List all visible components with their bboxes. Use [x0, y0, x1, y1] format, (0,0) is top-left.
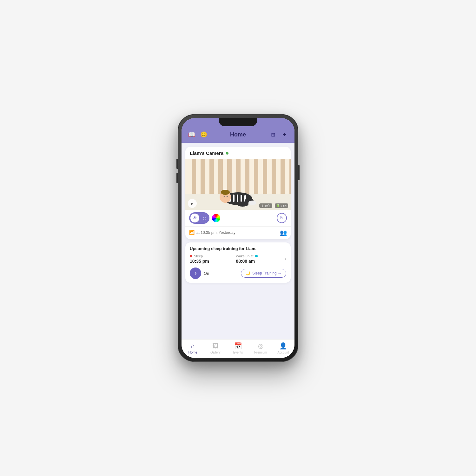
thermometer-icon: 🌡	[261, 204, 264, 207]
color-wheel-icon[interactable]	[211, 213, 221, 223]
phone-screen: 📖 😊 Home ⊞ + Liam's Camera ≡	[182, 118, 294, 358]
gallery-icon: 🖼	[212, 342, 219, 350]
moon-icon: 🌙	[246, 271, 250, 275]
header-title: Home	[230, 131, 246, 138]
svg-rect-5	[241, 195, 242, 202]
battery-display: 🔋 74%	[275, 203, 288, 208]
camera-feed[interactable]: ▶ 🌡 69°F 🔋 74%	[185, 159, 291, 210]
power-button[interactable]	[298, 165, 300, 180]
baby-illustration	[213, 181, 263, 207]
music-on-label: On	[204, 271, 209, 276]
sleep-card-title: Upcoming sleep training for Liam.	[190, 246, 286, 251]
temp-value: 69°F	[265, 204, 271, 207]
nav-item-account[interactable]: 👤 Account	[272, 342, 294, 354]
phone-device: 📖 😊 Home ⊞ + Liam's Camera ≡	[178, 114, 298, 362]
svg-rect-4	[237, 195, 238, 202]
battery-value: 74%	[281, 204, 287, 207]
face-icon[interactable]: 😊	[199, 130, 208, 139]
chevron-right-icon: ›	[285, 256, 286, 262]
wakeup-label: Wake up at	[236, 254, 282, 258]
sleep-label: Sleep	[190, 254, 236, 258]
sleep-training-card: Upcoming sleep training for Liam. Sleep …	[185, 242, 291, 283]
sound-icon: ◎	[201, 214, 208, 222]
nav-label-premium: Premium	[254, 351, 267, 354]
add-icon[interactable]: +	[280, 130, 289, 139]
settings-sliders-icon[interactable]: ≡	[283, 150, 286, 156]
nav-item-premium[interactable]: ◎ Premium	[249, 342, 272, 354]
music-on-row: ♪ On	[190, 268, 209, 279]
nav-label-account: Account	[277, 351, 289, 354]
header-right-icons: ⊞ +	[268, 130, 289, 139]
camera-card: Liam's Camera ≡	[185, 147, 291, 239]
music-icon-button[interactable]: ♪	[190, 268, 201, 279]
book-icon[interactable]: 📖	[187, 130, 196, 139]
temperature-display: 🌡 69°F	[259, 203, 272, 208]
camera-controls-row: 👁 ◎ ↻	[185, 210, 291, 226]
main-scroll-area: Liam's Camera ≡	[182, 143, 294, 339]
play-button[interactable]: ▶	[188, 199, 197, 208]
notch	[219, 118, 257, 126]
nav-item-events[interactable]: 📅 Events	[227, 342, 249, 354]
activity-info: 📶 at 10:35 pm, Yesterday	[189, 230, 235, 235]
camera-overlay-info: 🌡 69°F 🔋 74%	[259, 203, 288, 208]
share-people-icon[interactable]: 👥	[280, 229, 287, 236]
sleep-controls-row: ♪ On 🌙 Sleep Training →	[190, 268, 286, 279]
sleep-training-button[interactable]: 🌙 Sleep Training →	[241, 269, 286, 278]
bottom-navigation: ⌂ Home 🖼 Gallery 📅 Events ◎ Premium 👤 Ac…	[182, 339, 294, 358]
home-icon: ⌂	[191, 342, 195, 350]
activity-time: at 10:35 pm, Yesterday	[196, 230, 235, 235]
eye-icon: 👁	[190, 214, 199, 222]
account-icon: 👤	[279, 342, 287, 350]
volume-up-button[interactable]	[176, 159, 178, 169]
camera-name: Liam's Camera	[190, 150, 223, 156]
nav-item-gallery[interactable]: 🖼 Gallery	[204, 342, 227, 354]
nav-label-events: Events	[233, 351, 243, 354]
sleep-dot-red	[190, 255, 192, 257]
volume-down-button[interactable]	[176, 173, 178, 183]
svg-point-8	[221, 190, 230, 195]
control-left-group: 👁 ◎	[189, 212, 221, 224]
svg-point-10	[248, 201, 256, 205]
sound-wave-icon: 📶	[189, 230, 195, 235]
premium-icon: ◎	[258, 342, 263, 350]
baby-scene	[185, 159, 291, 210]
sleep-training-label: Sleep Training →	[252, 271, 281, 275]
refresh-button[interactable]: ↻	[277, 213, 287, 223]
svg-rect-3	[233, 195, 235, 202]
nav-label-gallery: Gallery	[210, 351, 221, 354]
wakeup-dot-cyan	[255, 255, 258, 257]
wakeup-time-value: 08:00 am	[236, 259, 282, 264]
sleep-time-value: 10:35 pm	[190, 259, 236, 264]
view-toggle-pill[interactable]: 👁 ◎	[189, 212, 209, 224]
sleep-schedule-row[interactable]: Sleep 10:35 pm Wake up at 08:00 am ›	[190, 254, 286, 264]
svg-point-11	[237, 202, 248, 207]
nav-item-home[interactable]: ⌂ Home	[182, 342, 204, 354]
camera-card-header: Liam's Camera ≡	[185, 147, 291, 159]
nav-label-home: Home	[188, 351, 197, 354]
battery-icon: 🔋	[276, 204, 280, 207]
wakeup-time-col: Wake up at 08:00 am	[236, 254, 282, 264]
header-left-icons: 📖 😊	[187, 130, 208, 139]
grid-icon[interactable]: ⊞	[268, 130, 277, 139]
sleep-time-col: Sleep 10:35 pm	[190, 254, 236, 264]
camera-title-row: Liam's Camera	[190, 150, 228, 156]
activity-row: 📶 at 10:35 pm, Yesterday 👥	[185, 226, 291, 239]
events-icon: 📅	[234, 342, 242, 350]
online-status-dot	[226, 152, 228, 155]
